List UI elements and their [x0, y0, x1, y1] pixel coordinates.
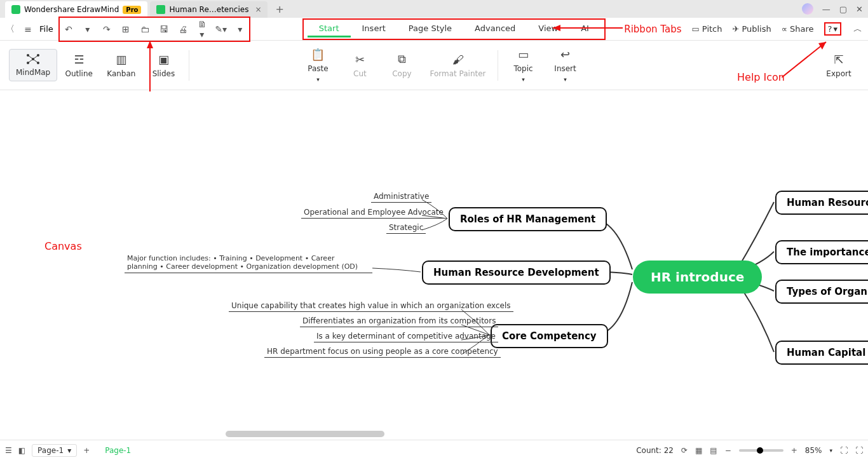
publish-icon: ✈	[733, 24, 740, 34]
save-icon[interactable]: 🖫	[158, 24, 170, 34]
zoom-out-icon[interactable]: −	[725, 446, 731, 455]
share-button[interactable]: ∝Share	[782, 24, 814, 34]
menu-icon[interactable]: ≡	[22, 24, 34, 34]
new-icon[interactable]: ⊞	[119, 24, 132, 34]
kanban-button[interactable]: ▥Kanban	[100, 49, 142, 82]
fit-icon[interactable]: ⛶	[840, 446, 848, 455]
open-icon[interactable]: 🗀	[139, 24, 151, 34]
leaf-key-determinant[interactable]: Is a key determinant of competitive adva…	[314, 332, 498, 342]
back-icon[interactable]: 〈	[4, 24, 17, 35]
leaf-administrative[interactable]: Administrative	[371, 192, 431, 203]
outline-view-icon[interactable]: ☰	[5, 446, 12, 455]
tab-advanced[interactable]: Advanced	[463, 21, 527, 37]
redo-icon[interactable]: ↷	[100, 24, 113, 34]
svg-marker-1	[553, 25, 560, 31]
svg-line-7	[28, 55, 33, 59]
format-painter-button[interactable]: 🖌Format Painter	[423, 49, 492, 82]
outline-button[interactable]: ☲Outline	[58, 49, 99, 82]
chevron-down-icon: ▾	[522, 76, 525, 83]
current-page[interactable]: Page-1	[96, 445, 140, 456]
title-bar: Wondershare EdrawMind Pro Human Re…etenc…	[0, 0, 868, 18]
pro-badge: Pro	[123, 6, 141, 14]
zoom-in-icon[interactable]: +	[791, 446, 797, 455]
collapse-ribbon-icon[interactable]: ︿	[851, 24, 864, 35]
close-icon[interactable]: ✕	[856, 4, 863, 14]
layout-icon[interactable]: ▤	[710, 446, 717, 455]
add-page-icon[interactable]: +	[83, 446, 90, 455]
count-label: Count: 22	[636, 446, 674, 455]
insert-button[interactable]: ↩Insert▾	[545, 44, 586, 86]
zoom-value: 85%	[805, 446, 822, 455]
zoom-slider[interactable]	[739, 449, 783, 452]
leaf-strategic[interactable]: Strategic	[386, 223, 426, 234]
tab-page-style[interactable]: Page Style	[397, 21, 463, 37]
insert-icon: ↩	[560, 48, 570, 61]
chevron-down-icon: ▾	[67, 446, 71, 455]
node-core-competency[interactable]: Core Competency	[491, 324, 608, 348]
node-right-3[interactable]: Types of Organ	[775, 280, 868, 304]
print-icon[interactable]: 🖨	[177, 24, 189, 34]
close-tab-icon[interactable]: ×	[255, 5, 261, 14]
chevron-down-icon: ▾	[316, 76, 320, 83]
grid-icon[interactable]: ▦	[695, 446, 702, 455]
node-right-2[interactable]: The importance	[775, 240, 868, 264]
pitch-button[interactable]: ▭Pitch	[692, 24, 722, 34]
export-icon: ⇱	[834, 53, 843, 66]
node-hr-development[interactable]: Human Resource Development	[422, 260, 611, 285]
svg-line-11	[782, 42, 826, 78]
refresh-icon[interactable]: ⟳	[681, 446, 688, 455]
node-right-4[interactable]: Human Capital	[775, 341, 868, 365]
app-tab[interactable]: Wondershare EdrawMind Pro	[5, 1, 147, 18]
maximize-icon[interactable]: ▢	[839, 4, 847, 14]
document-icon	[156, 5, 165, 14]
help-button[interactable]: ?▾	[824, 22, 841, 36]
document-tab-label: Human Re…etencies	[169, 5, 248, 14]
undo-icon[interactable]: ↶	[62, 24, 75, 34]
node-right-1[interactable]: Human Resourc	[775, 191, 868, 215]
topic-button[interactable]: ▭Topic▾	[503, 44, 544, 86]
leaf-hr-department[interactable]: HR department focus on using people as a…	[264, 347, 501, 358]
tab-start[interactable]: Start	[308, 21, 351, 37]
node-roles-hr[interactable]: Roles of HR Management	[449, 207, 607, 231]
avatar[interactable]	[802, 3, 813, 15]
file-menu[interactable]: File	[39, 24, 53, 34]
export-icon[interactable]: 🗎▾	[196, 19, 208, 39]
quick-access-toolbar: ↶ ▾ ↷ ⊞ 🗀 🖫 🖨 🗎▾ ✎▾ ▾	[58, 17, 250, 42]
edit-icon[interactable]: ✎▾	[215, 24, 227, 34]
app-name: Wondershare EdrawMind	[24, 5, 119, 14]
kanban-icon: ▥	[116, 53, 126, 66]
pitch-icon: ▭	[692, 24, 700, 34]
page-selector[interactable]: Page-1▾	[32, 444, 77, 457]
paste-button[interactable]: 📋Paste▾	[297, 44, 338, 86]
paste-icon: 📋	[311, 48, 325, 61]
document-tab[interactable]: Human Re…etencies ×	[150, 1, 268, 18]
leaf-unique-capability[interactable]: Unique capability that creates high valu…	[229, 301, 513, 312]
canvas[interactable]: Canvas HR introduce Roles of HR Manageme…	[0, 91, 868, 440]
add-tab-icon[interactable]: +	[275, 3, 283, 15]
tab-insert[interactable]: Insert	[351, 21, 397, 37]
copy-button[interactable]: ⧉Copy	[381, 48, 422, 82]
center-node[interactable]: HR introduce	[633, 260, 762, 294]
chevron-down-icon: ▾	[564, 76, 567, 83]
annotation-ribbon: Ribbon Tabs	[624, 24, 681, 35]
leaf-operational[interactable]: Operational and Employee Advocate	[301, 208, 446, 219]
format-painter-icon: 🖌	[452, 53, 464, 66]
svg-marker-14	[147, 41, 153, 48]
undo-dropdown-icon[interactable]: ▾	[81, 24, 94, 34]
status-bar: ☰ ◧ Page-1▾ + Page-1 Count: 22 ⟳ ▦ ▤ − +…	[0, 440, 868, 460]
horizontal-scrollbar[interactable]	[226, 431, 384, 437]
cut-button[interactable]: ✂Cut	[339, 49, 380, 82]
qat-more-icon[interactable]: ▾	[234, 24, 247, 34]
publish-button[interactable]: ✈Publish	[733, 24, 771, 34]
cut-icon: ✂	[355, 53, 365, 66]
mindmap-button[interactable]: MindMap	[9, 49, 57, 81]
panel-icon[interactable]: ◧	[18, 446, 25, 455]
leaf-differentiates[interactable]: Differentiates an organization from its …	[300, 316, 498, 327]
chevron-down-icon[interactable]: ▾	[829, 447, 832, 454]
leaf-major-function[interactable]: Major function includes: • Training • De…	[125, 254, 366, 272]
svg-line-9	[28, 59, 33, 63]
minimize-icon[interactable]: —	[822, 4, 831, 14]
fullscreen-icon[interactable]: ⛶	[855, 446, 863, 455]
svg-line-8	[33, 55, 38, 59]
outline-icon: ☲	[74, 53, 84, 66]
